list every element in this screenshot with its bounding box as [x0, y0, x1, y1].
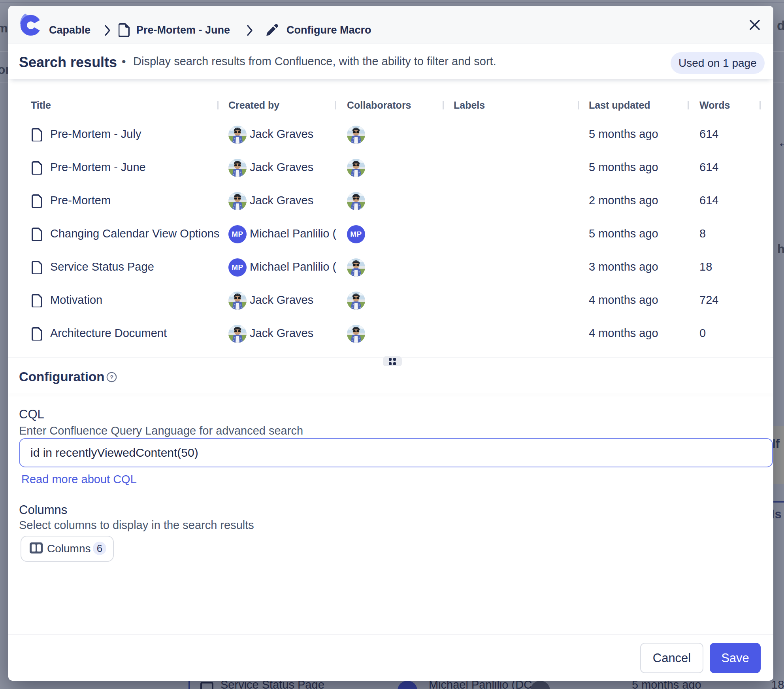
- svg-text:?: ?: [110, 374, 113, 380]
